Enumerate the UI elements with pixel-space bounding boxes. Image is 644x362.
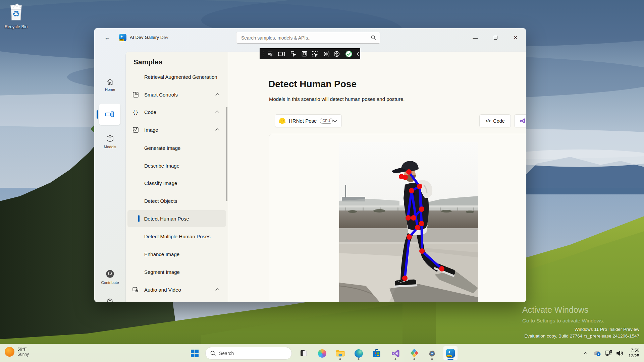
region-select-icon[interactable] bbox=[310, 49, 320, 59]
file-explorer-icon bbox=[336, 350, 345, 357]
home-icon bbox=[107, 78, 114, 85]
sample-group-audio-video[interactable]: Audio and Video bbox=[127, 281, 226, 298]
cursor-select-icon[interactable] bbox=[288, 49, 299, 59]
samples-panel: Samples Retrieval Augmented Generation S… bbox=[126, 52, 228, 302]
dev-home-icon bbox=[410, 349, 419, 358]
nav-contribute-label: Contribute bbox=[94, 281, 126, 285]
weather-widget[interactable]: 59°F Sunny bbox=[5, 347, 29, 357]
page-title: Detect Human Pose bbox=[268, 79, 357, 89]
ai-dev-gallery-window: ← ✦PRE AI Dev Gallery Dev — × Home bbox=[94, 28, 526, 302]
chevron-down-icon bbox=[333, 118, 337, 122]
search-icon[interactable] bbox=[371, 35, 376, 40]
page-description: Models in this scenario will detect huma… bbox=[269, 96, 405, 102]
taskbar-clock[interactable]: 7:50 12/25 bbox=[628, 348, 639, 359]
taskbar: 59°F Sunny bbox=[0, 344, 644, 362]
export-button[interactable]: Export bbox=[514, 114, 526, 127]
image-icon bbox=[132, 127, 139, 133]
minimize-button[interactable]: — bbox=[468, 31, 483, 44]
smart-controls-icon bbox=[132, 92, 139, 98]
code-button[interactable]: </> Code bbox=[479, 114, 511, 127]
running-indicator bbox=[395, 358, 396, 360]
nav-models[interactable]: Models bbox=[94, 135, 126, 149]
copilot-icon bbox=[318, 349, 326, 358]
nav-samples-selected[interactable] bbox=[99, 104, 120, 125]
record-settings-icon[interactable] bbox=[265, 49, 276, 59]
tray-chevron-up[interactable] bbox=[580, 347, 591, 360]
weather-condition: Sunny bbox=[17, 352, 29, 357]
github-icon bbox=[106, 269, 114, 278]
collapse-chevron-icon[interactable] bbox=[215, 128, 219, 132]
capture-toolbar bbox=[260, 48, 360, 59]
weather-temp: 59°F bbox=[17, 347, 29, 352]
app-search-box bbox=[236, 32, 380, 44]
system-tray: i 7:50 12/25 bbox=[580, 344, 644, 362]
process-gear-icon[interactable] bbox=[322, 49, 332, 59]
app-search-input[interactable] bbox=[236, 35, 371, 41]
camera-icon[interactable] bbox=[276, 49, 287, 59]
sample-item-detect-human-pose[interactable]: Detect Human Pose bbox=[127, 210, 226, 227]
sample-group-code[interactable]: { } Code bbox=[127, 104, 226, 120]
sample-item-enhance-image[interactable]: Enhance Image bbox=[127, 246, 226, 262]
copilot-button[interactable] bbox=[315, 346, 329, 361]
hugging-face-icon bbox=[279, 117, 286, 124]
collapse-chevron-icon[interactable] bbox=[215, 288, 219, 292]
activate-windows-subtext: Go to Settings to activate Windows. bbox=[522, 318, 604, 324]
drag-handle-icon[interactable] bbox=[260, 49, 265, 59]
sample-group-smart-controls[interactable]: Smart Controls bbox=[127, 86, 226, 103]
running-indicator bbox=[431, 358, 433, 360]
nav-settings[interactable]: Settings bbox=[94, 298, 126, 302]
back-button[interactable]: ← bbox=[102, 33, 113, 42]
visual-studio-button[interactable] bbox=[388, 346, 403, 361]
ai-dev-gallery-taskbar-button[interactable]: ✦ PRE bbox=[443, 346, 458, 361]
nav-contribute[interactable]: Contribute bbox=[94, 269, 126, 285]
window-select-icon[interactable] bbox=[299, 49, 310, 59]
taskbar-search[interactable] bbox=[205, 347, 292, 360]
settings-button[interactable] bbox=[425, 346, 439, 361]
onedrive-icon[interactable]: i bbox=[591, 347, 603, 360]
dev-home-button[interactable] bbox=[407, 346, 422, 361]
microsoft-store-button[interactable] bbox=[369, 346, 384, 361]
desktop: ♻ Recycle Bin bbox=[0, 0, 644, 362]
network-icon[interactable] bbox=[603, 347, 614, 360]
edge-button[interactable] bbox=[351, 346, 366, 361]
confirm-check-icon[interactable] bbox=[343, 49, 355, 59]
sample-group-image[interactable]: Image bbox=[127, 121, 226, 138]
microsoft-store-icon bbox=[373, 349, 381, 358]
taskbar-search-input[interactable] bbox=[219, 351, 283, 356]
running-indicator bbox=[358, 358, 360, 360]
recycle-bin-desktop-icon[interactable]: ♻ Recycle Bin bbox=[3, 3, 29, 29]
sample-output-card: ⓘ AI-generated content might contain mis… bbox=[269, 134, 526, 302]
task-view-button[interactable] bbox=[296, 346, 311, 361]
app-name: AI Dev Gallery bbox=[130, 35, 159, 40]
volume-icon[interactable] bbox=[614, 347, 626, 360]
maximize-button[interactable] bbox=[488, 31, 503, 44]
sample-item-classify-image[interactable]: Classify Image bbox=[127, 175, 226, 191]
code-braces-icon: { } bbox=[132, 109, 139, 115]
close-button[interactable]: × bbox=[508, 31, 523, 44]
file-explorer-button[interactable] bbox=[333, 346, 347, 361]
samples-heading: Samples bbox=[133, 58, 162, 66]
collapse-chevron-icon[interactable] bbox=[355, 49, 361, 59]
app-badge: Dev bbox=[160, 35, 168, 40]
edge-icon bbox=[355, 349, 363, 358]
sample-item-rag[interactable]: Retrieval Augmented Generation bbox=[127, 68, 226, 85]
model-selector-dropdown[interactable]: HRNet Pose CPU bbox=[275, 114, 342, 127]
content-area: Samples Retrieval Augmented Generation S… bbox=[126, 52, 526, 302]
collapse-chevron-icon[interactable] bbox=[215, 93, 219, 97]
sample-item-detect-multiple-human-poses[interactable]: Detect Multiple Human Poses bbox=[127, 228, 226, 245]
windows-logo-icon bbox=[191, 349, 199, 358]
accessibility-icon[interactable] bbox=[332, 49, 342, 59]
window-titlebar: ← ✦PRE AI Dev Gallery Dev — × bbox=[94, 28, 526, 47]
samples-scrollbar[interactable] bbox=[226, 107, 227, 201]
sample-item-describe-image[interactable]: Describe Image bbox=[127, 157, 226, 174]
sample-item-segment-image[interactable]: Segment Image bbox=[127, 263, 226, 280]
audio-video-icon bbox=[132, 287, 139, 292]
sample-item-detect-objects[interactable]: Detect Objects bbox=[127, 192, 226, 209]
nav-models-label: Models bbox=[94, 145, 126, 149]
start-button[interactable] bbox=[187, 346, 202, 361]
nav-rail: Home Models Contribute bbox=[94, 47, 126, 302]
collapse-chevron-icon[interactable] bbox=[215, 111, 219, 114]
window-title: AI Dev Gallery Dev bbox=[130, 35, 168, 40]
sample-item-generate-image[interactable]: Generate Image bbox=[127, 139, 226, 156]
nav-home[interactable]: Home bbox=[94, 78, 126, 92]
